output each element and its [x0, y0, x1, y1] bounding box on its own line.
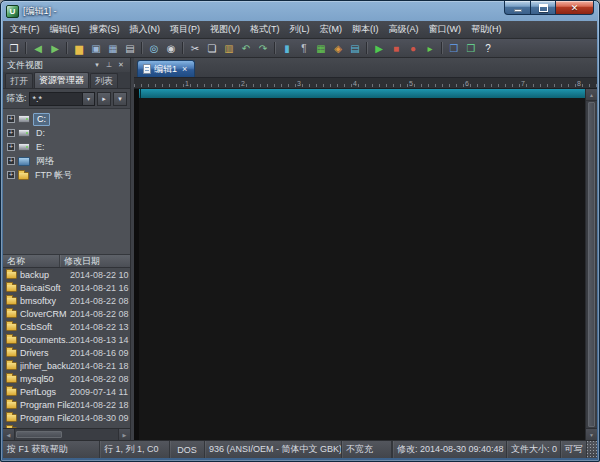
file-row[interactable]: CsbSoft2014-08-22 13: [3, 320, 130, 333]
panel-tab-0[interactable]: 打开: [5, 73, 33, 88]
expander-icon[interactable]: +: [7, 115, 15, 123]
file-row[interactable]: jinher_backup2014-08-21 18: [3, 359, 130, 372]
redo-icon[interactable]: ↷: [255, 40, 271, 56]
menu-item-8[interactable]: 宏(M): [315, 21, 348, 38]
open-folder-icon[interactable]: ▆: [71, 40, 87, 56]
replace-icon[interactable]: ◉: [163, 40, 179, 56]
file-row[interactable]: mysql502014-08-22 08: [3, 372, 130, 385]
copy-icon[interactable]: ❏: [204, 40, 220, 56]
word-wrap-icon[interactable]: ¶: [296, 40, 312, 56]
document-tab[interactable]: 编辑1 ×: [137, 60, 195, 77]
filter-label: 筛选:: [6, 92, 27, 105]
file-row[interactable]: CloverCRM2014-08-22 08: [3, 307, 130, 320]
editor-vertical-scrollbar[interactable]: ▲ ▼: [585, 89, 597, 440]
scroll-left-icon[interactable]: ◀: [3, 429, 15, 440]
tree-item[interactable]: +网络: [3, 154, 130, 168]
play-macro-icon[interactable]: ▸: [422, 40, 438, 56]
html-icon[interactable]: ◈: [330, 40, 346, 56]
expander-icon[interactable]: +: [7, 143, 15, 151]
menu-item-9[interactable]: 脚本(I): [347, 21, 384, 38]
minimize-button[interactable]: [504, 1, 531, 15]
book-green-icon[interactable]: ❒: [463, 40, 479, 56]
expander-icon[interactable]: +: [7, 129, 15, 137]
column-modified-date[interactable]: 修改日期: [60, 255, 130, 267]
tree-item[interactable]: +FTP 帐号: [3, 168, 130, 182]
folder-icon: [6, 297, 17, 305]
menu-item-6[interactable]: 格式(T): [245, 21, 285, 38]
tree-item[interactable]: +C:: [3, 112, 130, 126]
menu-item-12[interactable]: 帮助(H): [466, 21, 507, 38]
column-mode-icon[interactable]: ▮: [279, 40, 295, 56]
record-macro-icon[interactable]: ●: [405, 40, 421, 56]
status-help: 按 F1 获取帮助: [3, 441, 100, 458]
file-row[interactable]: Documents...2014-08-13 14: [3, 333, 130, 346]
auto-hide-pin-icon[interactable]: ⊥: [104, 61, 114, 69]
stop-icon[interactable]: ■: [388, 40, 404, 56]
resize-grip[interactable]: [587, 441, 597, 458]
grid-icon[interactable]: ▦: [313, 40, 329, 56]
scrollbar-thumb[interactable]: [16, 431, 62, 438]
minimize-icon: [514, 9, 522, 12]
filter-apply-button[interactable]: ▸: [97, 92, 111, 106]
panel-menu-icon[interactable]: ▾: [92, 61, 102, 69]
file-row[interactable]: Program Files2014-08-22 18: [3, 398, 130, 411]
file-list-header: 名称 修改日期: [3, 255, 130, 268]
new-file-icon[interactable]: ❐: [6, 40, 22, 56]
run-icon[interactable]: ▶: [371, 40, 387, 56]
tree-item[interactable]: +E:: [3, 140, 130, 154]
panel-tab-1[interactable]: 资源管理器: [34, 72, 89, 88]
file-date: 2014-08-22 18: [70, 400, 130, 410]
find-icon[interactable]: ◎: [146, 40, 162, 56]
filter-combo[interactable]: *.* ▾: [29, 92, 95, 106]
status-file-size: 文件大小: 0: [507, 441, 561, 458]
toolbar: ❐◀▶▆▣▦▤◎◉✂❏▥↶↷▮¶▦◈▤▶■●▸❒❒?: [3, 39, 597, 58]
file-row[interactable]: Drivers2014-08-16 09: [3, 346, 130, 359]
panel-close-icon[interactable]: ✕: [116, 61, 126, 69]
file-row[interactable]: Program File...2014-08-30 09: [3, 411, 130, 424]
print-icon[interactable]: ▤: [122, 40, 138, 56]
file-row[interactable]: BaicaiSoft2014-08-21 16: [3, 281, 130, 294]
menu-item-11[interactable]: 窗口(W): [424, 21, 467, 38]
panel-tab-2[interactable]: 列表: [90, 73, 118, 88]
file-name: BaicaiSoft: [20, 283, 70, 293]
scroll-up-icon[interactable]: ▲: [586, 89, 597, 101]
menu-item-3[interactable]: 插入(N): [125, 21, 166, 38]
menu-item-4[interactable]: 项目(P): [165, 21, 205, 38]
book-blue-icon[interactable]: ❒: [446, 40, 462, 56]
menu-item-1[interactable]: 编辑(E): [45, 21, 85, 38]
scroll-right-icon[interactable]: ▶: [118, 429, 130, 440]
menu-item-2[interactable]: 搜索(S): [85, 21, 125, 38]
tab-close-icon[interactable]: ×: [182, 64, 187, 74]
menu-item-7[interactable]: 列(L): [285, 21, 315, 38]
table-icon[interactable]: ▤: [347, 40, 363, 56]
expander-icon[interactable]: +: [7, 171, 15, 179]
tree-item[interactable]: +D:: [3, 126, 130, 140]
filter-options-button[interactable]: ▾: [113, 92, 127, 106]
expander-icon[interactable]: +: [7, 157, 15, 165]
menu-item-5[interactable]: 视图(V): [205, 21, 245, 38]
save-all-icon[interactable]: ▦: [105, 40, 121, 56]
save-icon[interactable]: ▣: [88, 40, 104, 56]
maximize-button[interactable]: [530, 1, 556, 15]
menu-item-10[interactable]: 高级(A): [384, 21, 424, 38]
close-button[interactable]: ✕: [555, 1, 594, 15]
scroll-down-icon[interactable]: ▼: [586, 428, 597, 440]
file-row[interactable]: bmsoftxy2014-08-22 08: [3, 294, 130, 307]
file-row[interactable]: backup2014-08-22 10: [3, 268, 130, 281]
maximize-icon: [539, 4, 548, 12]
file-row[interactable]: PerfLogs2009-07-14 11: [3, 385, 130, 398]
column-name[interactable]: 名称: [3, 255, 60, 267]
undo-icon[interactable]: ↶: [238, 40, 254, 56]
file-name: Program File...: [20, 413, 70, 423]
help-icon[interactable]: ?: [480, 40, 496, 56]
paste-icon[interactable]: ▥: [221, 40, 237, 56]
text-area[interactable]: [139, 89, 585, 440]
scrollbar-thumb[interactable]: [588, 102, 595, 427]
forward-icon[interactable]: ▶: [47, 40, 63, 56]
combo-dropdown-icon[interactable]: ▾: [82, 93, 94, 105]
cut-icon[interactable]: ✂: [187, 40, 203, 56]
sidebar-horizontal-scrollbar[interactable]: ◀ ▶: [3, 428, 130, 440]
titlebar[interactable]: U [编辑1] - ✕: [3, 1, 597, 21]
menu-item-0[interactable]: 文件(F): [5, 21, 45, 38]
back-icon[interactable]: ◀: [30, 40, 46, 56]
